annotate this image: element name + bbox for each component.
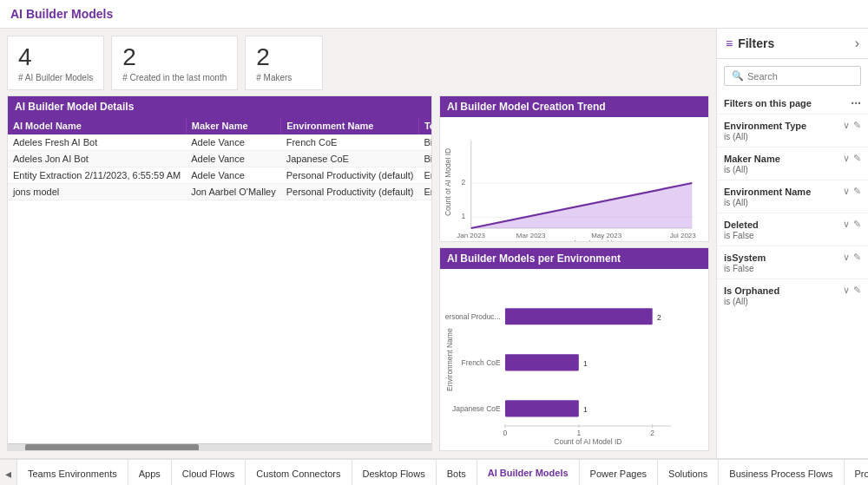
- filter-chevron-0[interactable]: ∨: [843, 120, 850, 131]
- tab-ai-builder-models[interactable]: AI Builder Models: [477, 460, 580, 485]
- bottom-section: AI Builder Model Details AI Model Name M…: [7, 95, 709, 451]
- filter-name-2: Environment Name: [724, 187, 811, 197]
- svg-text:0: 0: [503, 428, 508, 436]
- filter-name-3: Deleted: [724, 220, 759, 230]
- kpi-label-1: # Created in the last month: [122, 73, 227, 82]
- col-maker-name: Maker Name: [186, 117, 280, 134]
- filter-chevron-3[interactable]: ∨: [843, 219, 850, 230]
- filter-clear-4[interactable]: ✎: [853, 252, 861, 263]
- per-env-chart-content: Environment Name Personal Produc... 2 Fr…: [440, 269, 708, 450]
- filter-item-3[interactable]: Deleted ∨ ✎ is False: [717, 213, 868, 246]
- bar-french: [505, 354, 579, 370]
- trend-chart-svg: Count of AI Model ID 1 2: [445, 122, 703, 242]
- filters-header: ≡ Filters ›: [717, 29, 868, 59]
- filter-chevron-1[interactable]: ∨: [843, 153, 850, 164]
- table-cell: Adeles Jon AI Bot: [8, 151, 186, 167]
- table-cell: Jon Aarbel O'Malley: [186, 184, 280, 200]
- filter-name-5: Is Orphaned: [724, 285, 779, 296]
- filter-actions-0: ∨ ✎: [843, 120, 861, 131]
- ai-models-table: AI Model Name Maker Name Environment Nam…: [8, 117, 431, 200]
- tab-process-flows[interactable]: Process Flows: [845, 460, 868, 485]
- filter-item-4[interactable]: isSystem ∨ ✎ is False: [717, 246, 868, 279]
- filter-clear-2[interactable]: ✎: [853, 186, 861, 197]
- filter-name-0: Environment Type: [724, 121, 806, 131]
- tabs-container: Teams EnvironmentsAppsCloud FlowsCustom …: [17, 460, 868, 485]
- filter-icon: ≡: [726, 36, 733, 50]
- filters-more-button[interactable]: ···: [851, 96, 861, 110]
- svg-text:Created on (Month): Created on (Month): [549, 239, 614, 241]
- filter-clear-0[interactable]: ✎: [853, 120, 861, 131]
- per-env-chart-title: AI Builder Models per Environment: [440, 248, 708, 269]
- page-header: AI Builder Models: [0, 0, 868, 29]
- table-row: Entity Extraction 2/11/2023, 6:55:59 AMA…: [8, 167, 431, 184]
- table-cell: Adeles Fresh AI Bot: [8, 134, 186, 151]
- table-row: jons modelJon Aarbel O'MalleyPersonal Pr…: [8, 184, 431, 200]
- filter-item-1[interactable]: Maker Name ∨ ✎ is (All): [717, 147, 868, 180]
- filter-actions-2: ∨ ✎: [843, 186, 861, 197]
- svg-text:1: 1: [583, 359, 588, 368]
- svg-text:1: 1: [462, 212, 466, 220]
- filter-item-2[interactable]: Environment Name ∨ ✎ is (All): [717, 180, 868, 213]
- col-template: Template: [418, 117, 431, 134]
- table-cell: EntityExtraction: [418, 167, 431, 184]
- kpi-value-0: 4: [18, 43, 93, 71]
- tab-apps[interactable]: Apps: [128, 460, 172, 485]
- svg-text:May 2023: May 2023: [591, 232, 621, 239]
- filters-expand-button[interactable]: ›: [855, 36, 859, 51]
- bar-japanese: [505, 400, 579, 416]
- filter-chevron-2[interactable]: ∨: [843, 186, 850, 197]
- kpi-card-2: 2 # Makers: [245, 36, 323, 90]
- tab-cloud-flows[interactable]: Cloud Flows: [172, 460, 247, 485]
- filters-on-page-label: Filters on this page: [724, 98, 812, 108]
- filters-on-page: Filters on this page ···: [717, 93, 868, 114]
- table-panel: AI Builder Model Details AI Model Name M…: [7, 95, 432, 451]
- table-container[interactable]: AI Model Name Maker Name Environment Nam…: [8, 117, 431, 443]
- filter-chevron-4[interactable]: ∨: [843, 252, 850, 263]
- table-scrollbar[interactable]: [8, 443, 431, 450]
- filter-value-2: is (All): [724, 198, 861, 207]
- bottom-tabs: ◂ Teams EnvironmentsAppsCloud FlowsCusto…: [0, 458, 868, 485]
- trend-chart-box: AI Builder Model Creation Trend Count of…: [439, 95, 709, 242]
- trend-chart-content: Count of AI Model ID 1 2: [440, 117, 708, 242]
- filter-clear-1[interactable]: ✎: [853, 153, 861, 164]
- table-scrollbar-thumb: [25, 444, 199, 451]
- kpi-label-2: # Makers: [256, 73, 312, 82]
- filter-chevron-5[interactable]: ∨: [843, 285, 850, 296]
- search-icon: 🔍: [732, 70, 744, 82]
- tab-nav-prev[interactable]: ◂: [0, 460, 17, 485]
- tab-bots[interactable]: Bots: [437, 460, 477, 485]
- kpi-value-1: 2: [122, 43, 227, 71]
- filter-search-box[interactable]: 🔍: [724, 66, 861, 86]
- filter-actions-5: ∨ ✎: [843, 285, 861, 296]
- table-title: AI Builder Model Details: [8, 96, 431, 117]
- tab-solutions[interactable]: Solutions: [658, 460, 719, 485]
- tab-business-process-flows[interactable]: Business Process Flows: [719, 460, 844, 485]
- table-cell: BinaryClassification: [418, 151, 431, 167]
- filter-search-input[interactable]: [747, 71, 853, 82]
- content-area: 4 # AI Builder Models 2 # Created in the…: [0, 29, 716, 458]
- filter-item-header-5: Is Orphaned ∨ ✎: [724, 285, 861, 296]
- filter-items-container: Environment Type ∨ ✎ is (All) Maker Name…: [717, 114, 868, 311]
- svg-text:1: 1: [576, 428, 581, 436]
- filter-clear-3[interactable]: ✎: [853, 219, 861, 230]
- svg-text:Mar 2023: Mar 2023: [516, 232, 546, 239]
- filters-label: Filters: [738, 36, 774, 50]
- table-cell: Personal Productivity (default): [281, 184, 419, 200]
- svg-text:Jan 2023: Jan 2023: [457, 232, 485, 239]
- table-cell: Entity Extraction 2/11/2023, 6:55:59 AM: [8, 167, 186, 184]
- table-cell: Japanese CoE: [281, 151, 419, 167]
- col-model-name: AI Model Name: [8, 117, 186, 134]
- tab-power-pages[interactable]: Power Pages: [580, 460, 658, 485]
- filter-item-0[interactable]: Environment Type ∨ ✎ is (All): [717, 114, 868, 147]
- svg-text:1: 1: [583, 405, 588, 414]
- tab-custom-connectors[interactable]: Custom Connectors: [246, 460, 352, 485]
- table-row: Adeles Fresh AI BotAdele VanceFrench CoE…: [8, 134, 431, 151]
- filter-item-5[interactable]: Is Orphaned ∨ ✎ is (All): [717, 279, 868, 311]
- table-cell: Personal Productivity (default): [281, 167, 419, 184]
- filters-title: ≡ Filters: [726, 36, 774, 50]
- tab-desktop-flows[interactable]: Desktop Flows: [352, 460, 437, 485]
- tab-teams-environments[interactable]: Teams Environments: [17, 460, 128, 485]
- filter-clear-5[interactable]: ✎: [853, 285, 861, 296]
- svg-text:2: 2: [650, 428, 654, 436]
- kpi-label-0: # AI Builder Models: [18, 73, 93, 82]
